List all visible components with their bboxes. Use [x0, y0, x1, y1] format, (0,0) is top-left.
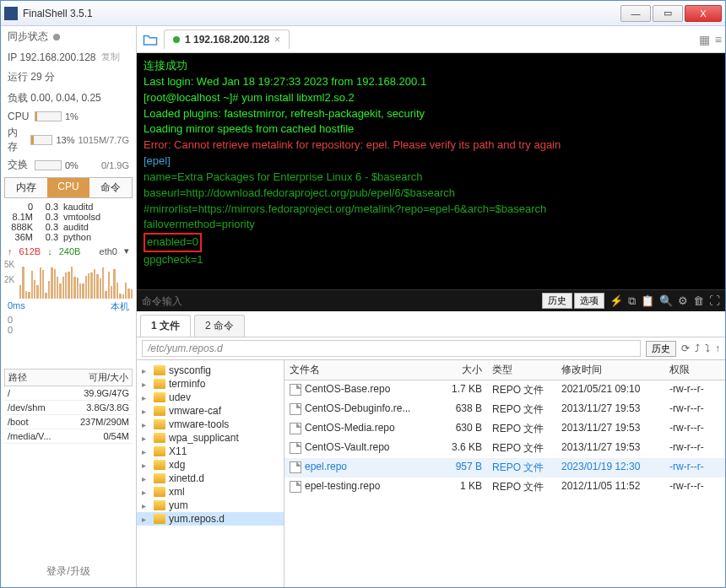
- tree-item[interactable]: ▸yum.repos.d: [137, 512, 284, 526]
- swap-total: 0/1.9G: [82, 160, 129, 170]
- term-line: [epel]: [144, 154, 718, 170]
- refresh-icon[interactable]: ⟳: [681, 343, 690, 354]
- file-row[interactable]: CentOS-Vault.repo3.6 KBREPO 文件2013/11/27…: [284, 439, 725, 458]
- proc-row[interactable]: 8.1M0.3vmtoolsd: [4, 212, 133, 222]
- folder-icon: [154, 487, 165, 497]
- proc-tab-cpu[interactable]: CPU: [47, 178, 89, 197]
- fullscreen-icon[interactable]: ⛶: [709, 294, 720, 308]
- upload-icon[interactable]: ⤴: [695, 343, 700, 354]
- dir-tree[interactable]: ▸sysconfig▸terminfo▸udev▸vmware-caf▸vmwa…: [137, 360, 284, 587]
- tree-item[interactable]: ▸xinetd.d: [137, 472, 284, 485]
- file-icon: [290, 442, 301, 454]
- tree-item[interactable]: ▸yum: [137, 499, 284, 512]
- col-perm[interactable]: 权限: [664, 360, 725, 380]
- mem-total: 1015M/7.7G: [78, 135, 129, 145]
- tree-item[interactable]: ▸terminfo: [137, 377, 284, 391]
- col-size[interactable]: 大小: [436, 360, 487, 380]
- file-row[interactable]: CentOS-Media.repo630 BREPO 文件2013/11/27 …: [284, 419, 725, 439]
- net-up: 612B: [19, 246, 41, 256]
- path-history-button[interactable]: 历史: [646, 341, 676, 357]
- iface-chevron-icon[interactable]: ▾: [124, 245, 129, 256]
- net-iface[interactable]: eth0: [100, 246, 117, 256]
- tab-commands[interactable]: 2 命令: [194, 315, 245, 337]
- proc-row[interactable]: 00.3kauditd: [4, 202, 133, 212]
- mem-pct: 13%: [56, 135, 74, 145]
- file-row[interactable]: epel.repo957 BREPO 文件2023/01/19 12:30-rw…: [284, 458, 725, 477]
- bolt-icon[interactable]: ⚡: [610, 294, 623, 308]
- tree-item[interactable]: ▸vmware-tools: [137, 418, 284, 431]
- tree-item[interactable]: ▸xml: [137, 485, 284, 499]
- proc-row[interactable]: 888K0.3auditd: [4, 222, 133, 232]
- options-button[interactable]: 选项: [574, 293, 604, 309]
- terminal[interactable]: 连接成功 Last login: Wed Jan 18 19:27:33 202…: [137, 53, 725, 289]
- login-upgrade-link[interactable]: 登录/升级: [1, 556, 136, 587]
- lat-v0: 0: [8, 315, 136, 325]
- disk-row[interactable]: /dev/shm3.8G/3.8G: [4, 401, 133, 415]
- file-list[interactable]: 文件名 大小 类型 修改时间 权限 CentOS-Base.repo1.7 KB…: [284, 360, 725, 587]
- maximize-button[interactable]: ▭: [653, 5, 683, 22]
- term-line: name=Extra Packages for Enterprise Linux…: [144, 170, 718, 186]
- term-highlight-enabled: enabled=0: [144, 233, 202, 252]
- history-button[interactable]: 历史: [542, 293, 572, 309]
- minimize-button[interactable]: —: [620, 5, 651, 22]
- term-line: baseurl=http://download.fedoraproject.or…: [144, 186, 718, 202]
- download-icon[interactable]: ⤵: [705, 343, 710, 354]
- ip-label: IP 192.168.200.128: [8, 51, 96, 63]
- path-input[interactable]: [142, 340, 641, 357]
- sidebar: 同步状态 IP 192.168.200.128 复制 运行 29 分 负载 0.…: [1, 26, 137, 587]
- list-view-icon[interactable]: ≡: [715, 33, 722, 46]
- app-icon: [4, 7, 18, 20]
- up-dir-icon[interactable]: ↑: [715, 343, 720, 354]
- proc-tab-mem[interactable]: 内存: [5, 178, 47, 197]
- paste-icon[interactable]: 📋: [641, 294, 654, 308]
- tree-item[interactable]: ▸xdg: [137, 458, 284, 472]
- proc-row[interactable]: 36M0.3python: [4, 232, 133, 242]
- disk-row[interactable]: /media/V...0/54M: [4, 429, 133, 444]
- command-input[interactable]: [142, 295, 542, 307]
- folder-icon: [154, 365, 165, 375]
- folder-icon: [154, 406, 165, 416]
- gear-icon[interactable]: ⚙: [678, 294, 688, 308]
- copy-link[interactable]: 复制: [101, 51, 120, 63]
- disk-row[interactable]: /boot237M/290M: [4, 415, 133, 429]
- mem-label: 内存: [8, 126, 27, 154]
- open-folder-icon[interactable]: [140, 31, 160, 48]
- term-line: [root@localhost ~]# yum install libxml2.…: [144, 90, 718, 106]
- tree-item[interactable]: ▸X11: [137, 445, 284, 458]
- disk-row[interactable]: /39.9G/47G: [4, 386, 133, 401]
- tree-item[interactable]: ▸wpa_supplicant: [137, 431, 284, 445]
- col-name[interactable]: 文件名: [284, 360, 436, 380]
- net-down-icon: ↓: [47, 246, 52, 256]
- file-icon: [290, 403, 301, 415]
- disk-hdr-size[interactable]: 可用/大小: [59, 370, 132, 386]
- col-date[interactable]: 修改时间: [556, 360, 664, 380]
- search-icon[interactable]: 🔍: [659, 294, 673, 308]
- swap-pct: 0%: [65, 160, 79, 170]
- sync-status-label: 同步状态: [8, 30, 48, 44]
- term-line: Loading mirror speeds from cached hostfi…: [144, 121, 718, 138]
- proc-tab-cmd[interactable]: 命令: [89, 178, 132, 197]
- uptime-label: 运行 29 分: [8, 70, 55, 84]
- folder-icon: [154, 419, 165, 429]
- file-row[interactable]: CentOS-Debuginfo.re...638 BREPO 文件2013/1…: [284, 400, 725, 419]
- tab-files[interactable]: 1 文件: [140, 315, 191, 337]
- tree-item[interactable]: ▸vmware-caf: [137, 404, 284, 418]
- tree-item[interactable]: ▸sysconfig: [137, 364, 284, 377]
- disk-hdr-path[interactable]: 路径: [5, 370, 59, 386]
- grid-view-icon[interactable]: ▦: [699, 33, 710, 46]
- close-button[interactable]: X: [685, 5, 722, 22]
- term-line: Last login: Wed Jan 18 19:27:33 2023 fro…: [144, 74, 718, 90]
- file-row[interactable]: CentOS-Base.repo1.7 KBREPO 文件2021/05/21 …: [284, 380, 725, 400]
- file-row[interactable]: epel-testing.repo1 KBREPO 文件2012/11/05 1…: [284, 477, 725, 497]
- folder-icon: [154, 379, 165, 389]
- tree-item[interactable]: ▸udev: [137, 391, 284, 404]
- file-icon: [290, 384, 301, 396]
- col-type[interactable]: 类型: [487, 360, 556, 380]
- copy-icon[interactable]: ⧉: [628, 294, 636, 308]
- status-dot-icon: [53, 34, 60, 40]
- term-line: Error: Cannot retrieve metalink for repo…: [144, 138, 718, 154]
- connection-tab[interactable]: 1 192.168.200.128 ×: [164, 30, 290, 49]
- tab-close-icon[interactable]: ×: [274, 34, 280, 46]
- latency-local[interactable]: 本机: [111, 300, 129, 313]
- clear-icon[interactable]: 🗑: [693, 294, 704, 308]
